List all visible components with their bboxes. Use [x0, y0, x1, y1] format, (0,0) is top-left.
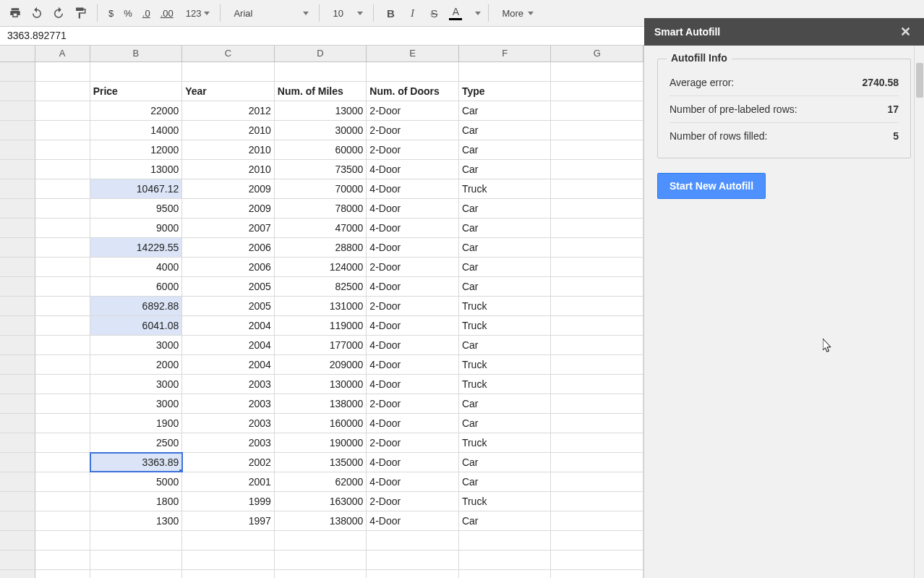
format-percent-button[interactable]: %	[119, 2, 137, 24]
cell[interactable]	[551, 394, 643, 413]
increase-decimal-button[interactable]: .00	[155, 2, 179, 24]
cell-miles[interactable]: 131000	[275, 297, 367, 315]
redo-icon[interactable]	[48, 2, 69, 24]
row-header[interactable]	[0, 62, 35, 81]
italic-button[interactable]: I	[401, 2, 423, 24]
cell-price[interactable]: 6000	[90, 277, 183, 296]
cell-price[interactable]: 9000	[90, 218, 183, 237]
cell-type[interactable]: Car	[459, 121, 552, 140]
cell-type[interactable]: Car	[459, 238, 552, 257]
cell[interactable]	[35, 179, 90, 198]
cell[interactable]	[35, 199, 90, 218]
cell-miles[interactable]: 78000	[275, 199, 367, 218]
cell[interactable]	[35, 82, 90, 101]
cell-doors[interactable]: 2-Door	[367, 394, 459, 413]
cell-price[interactable]: 4000	[90, 258, 183, 276]
cell[interactable]	[35, 375, 90, 394]
row-header[interactable]	[0, 121, 35, 140]
cell-type[interactable]: Car	[459, 199, 552, 218]
cell-header[interactable]: Year	[182, 82, 275, 101]
cell-header[interactable]: Num. of Doors	[367, 82, 459, 101]
cell-doors[interactable]: 4-Door	[367, 160, 459, 179]
cell-miles[interactable]: 163000	[275, 492, 367, 511]
text-color-dropdown[interactable]	[466, 4, 482, 22]
cell[interactable]	[275, 62, 367, 81]
cell-miles[interactable]: 13000	[275, 101, 367, 120]
cell-header[interactable]: Type	[459, 82, 552, 101]
cell-header[interactable]: Price	[90, 82, 183, 101]
cell[interactable]	[367, 570, 459, 578]
cell-doors[interactable]: 4-Door	[367, 199, 459, 218]
cell[interactable]	[35, 140, 90, 159]
row-header[interactable]	[0, 82, 35, 101]
number-format-dropdown[interactable]: 123	[179, 4, 215, 22]
cell-miles[interactable]: 209000	[275, 355, 367, 374]
cell-price[interactable]: 9500	[90, 199, 183, 218]
grid[interactable]: PriceYearNum. of MilesNum. of DoorsType2…	[0, 62, 643, 578]
cell-year[interactable]: 2006	[182, 238, 275, 257]
column-header[interactable]: G	[551, 46, 643, 61]
cell-doors[interactable]: 4-Door	[367, 414, 459, 433]
cell[interactable]	[551, 531, 643, 550]
cell-price[interactable]: 22000	[90, 101, 183, 120]
cell[interactable]	[90, 62, 183, 81]
cell-year[interactable]: 2003	[182, 414, 275, 433]
text-color-button[interactable]: A	[445, 2, 466, 24]
cell[interactable]	[35, 511, 90, 530]
cell-type[interactable]: Truck	[459, 492, 552, 511]
cell[interactable]	[275, 531, 367, 550]
paint-format-icon[interactable]	[69, 2, 91, 24]
cell[interactable]	[551, 258, 643, 276]
cell-price[interactable]: 1800	[90, 492, 183, 511]
cell[interactable]	[35, 238, 90, 257]
cell-miles[interactable]: 177000	[275, 336, 367, 354]
cell[interactable]	[459, 551, 552, 569]
cell-doors[interactable]: 4-Door	[367, 316, 459, 335]
cell-doors[interactable]: 2-Door	[367, 101, 459, 120]
cell[interactable]	[551, 140, 643, 159]
row-header[interactable]	[0, 414, 35, 433]
cell-doors[interactable]: 4-Door	[367, 277, 459, 296]
select-all-corner[interactable]	[0, 46, 35, 61]
cell[interactable]	[551, 277, 643, 296]
cell[interactable]	[551, 336, 643, 354]
column-header[interactable]: F	[459, 46, 552, 61]
cell[interactable]	[367, 531, 459, 550]
cell[interactable]	[551, 82, 643, 101]
cell[interactable]	[551, 453, 643, 472]
cell-miles[interactable]: 124000	[275, 258, 367, 276]
cell[interactable]	[551, 551, 643, 569]
cell-year[interactable]: 2009	[182, 199, 275, 218]
row-header[interactable]	[0, 297, 35, 315]
cell-doors[interactable]: 4-Door	[367, 355, 459, 374]
row-header[interactable]	[0, 551, 35, 569]
cell-price[interactable]: 12000	[90, 140, 183, 159]
cell-price[interactable]: 10467.12	[90, 179, 183, 198]
cell-doors[interactable]: 2-Door	[367, 258, 459, 276]
cell[interactable]	[90, 551, 183, 569]
cell[interactable]	[551, 316, 643, 335]
cell[interactable]	[35, 433, 90, 452]
start-new-autofill-button[interactable]: Start New Autofill	[657, 173, 766, 199]
cell[interactable]	[182, 62, 275, 81]
cell-doors[interactable]: 4-Door	[367, 375, 459, 394]
cell[interactable]	[35, 394, 90, 413]
cell[interactable]	[551, 179, 643, 198]
strikethrough-button[interactable]: S	[423, 2, 445, 24]
cell[interactable]	[35, 101, 90, 120]
cell[interactable]	[35, 62, 90, 81]
cell-year[interactable]: 2010	[182, 160, 275, 179]
scrollbar-thumb[interactable]	[916, 63, 923, 98]
cell[interactable]	[551, 62, 643, 81]
cell[interactable]	[35, 453, 90, 472]
cell-miles[interactable]: 70000	[275, 179, 367, 198]
cell-year[interactable]: 2006	[182, 258, 275, 276]
cell[interactable]	[35, 277, 90, 296]
cell-year[interactable]: 1997	[182, 511, 275, 530]
cell-doors[interactable]: 2-Door	[367, 297, 459, 315]
cell-doors[interactable]: 4-Door	[367, 453, 459, 472]
cell[interactable]	[551, 472, 643, 491]
cell-year[interactable]: 2005	[182, 277, 275, 296]
cell[interactable]	[367, 62, 459, 81]
cell-miles[interactable]: 138000	[275, 394, 367, 413]
